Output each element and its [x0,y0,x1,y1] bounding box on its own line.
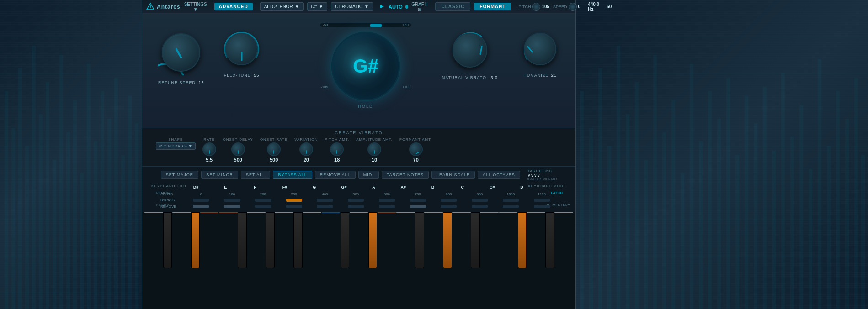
remove-all-button[interactable]: REMOVE ALL [315,171,356,179]
key-F4[interactable] [396,212,415,309]
black-key-Ds3[interactable] [191,212,200,268]
key-Cs4[interactable] [339,212,350,309]
bypass-ind-7[interactable] [410,199,426,202]
pitch-knob[interactable] [532,3,540,11]
bypass-ind-0[interactable] [193,199,209,202]
black-key-As4[interactable] [471,212,479,268]
scale-dropdown[interactable]: CHROMATIC ▼ [331,2,373,11]
key-C3[interactable] [144,212,163,309]
bypass-ind-1[interactable] [224,199,240,202]
bypass-ind-2[interactable] [255,199,271,202]
shape-dropdown[interactable]: (NO VIBRATO) ▼ [156,142,196,150]
svg-rect-38 [607,146,611,309]
key-B4[interactable] [480,212,499,309]
remove-ind-2[interactable] [255,205,271,208]
flex-tune-knob[interactable] [222,30,261,68]
natural-vibrato-knob[interactable] [449,30,490,71]
key-F3[interactable] [219,212,238,309]
key-Ds4[interactable] [367,212,378,309]
graph-button[interactable]: GRAPH ⊞ [411,2,428,12]
key-C5[interactable] [499,212,518,309]
key-Gs3[interactable] [265,212,276,309]
key-dropdown[interactable]: D# ▼ [307,2,328,11]
key-Fs3[interactable] [237,212,248,309]
bypass-ind-8[interactable] [441,199,457,202]
remove-ind-6[interactable] [379,205,395,208]
key-D3[interactable] [172,212,191,309]
rate-knob[interactable] [202,142,216,156]
black-key-Cs4[interactable] [341,212,349,268]
key-A4[interactable] [452,212,471,309]
remove-ind-7[interactable] [410,205,426,208]
black-key-Fs4[interactable] [415,212,424,268]
speed-knob[interactable] [569,3,577,11]
key-A3[interactable] [275,212,293,309]
black-key-Cs5[interactable] [518,212,527,268]
svg-rect-52 [735,155,739,309]
learn-scale-button[interactable]: LEARN SCALE [431,171,475,179]
black-key-Gs3[interactable] [266,212,274,268]
set-major-button[interactable]: SET MAJOR [161,171,198,179]
onset-delay-knob[interactable] [231,142,245,156]
midi-button[interactable]: MIDI [358,171,379,179]
advanced-tab[interactable]: ADVANCED [214,3,253,10]
bypass-ind-5[interactable] [348,199,364,202]
remove-ind-10[interactable] [503,205,519,208]
key-Ds5[interactable] [544,212,555,309]
key-As4[interactable] [470,212,481,309]
key-Cs3[interactable] [162,212,173,309]
bypass-ind-4[interactable] [317,199,333,202]
remove-ind-5[interactable] [348,205,364,208]
key-G3[interactable] [247,212,266,309]
all-octaves-button[interactable]: ALL OCTAVES [478,171,520,179]
humanize-knob[interactable] [521,30,559,68]
key-E5[interactable] [554,212,573,309]
amplitude-amt-knob[interactable] [367,142,381,156]
key-D4[interactable] [350,212,368,309]
remove-ind-3[interactable] [286,205,302,208]
auto-toggle[interactable]: ▶ AUTO [380,4,403,10]
formant-amt-knob[interactable] [409,142,423,156]
key-Cs5[interactable] [517,212,527,309]
bypass-ind-6[interactable] [379,199,395,202]
bypass-ind-11[interactable] [534,199,550,202]
key-Fs4[interactable] [414,212,425,309]
key-C4[interactable] [322,212,341,309]
retune-speed-knob[interactable] [158,30,204,75]
black-key-Gs4[interactable] [443,212,452,268]
black-key-Fs3[interactable] [238,212,246,268]
variation-knob[interactable] [299,142,313,156]
key-E3[interactable] [200,212,219,309]
svg-rect-48 [699,141,703,309]
key-Gs4[interactable] [442,212,453,309]
settings-button[interactable]: SETTINGS ▼ [184,2,207,12]
set-minor-button[interactable]: SET MINOR [201,171,238,179]
remove-ind-9[interactable] [472,205,488,208]
remove-ind-0[interactable] [193,205,209,208]
key-G4[interactable] [424,212,443,309]
set-all-button[interactable]: SET ALL [241,171,270,179]
black-key-Ds5[interactable] [545,212,554,268]
remove-ind-8[interactable] [441,205,457,208]
pitch-amt-knob[interactable] [330,142,344,156]
onset-rate-knob[interactable] [267,142,281,156]
remove-ind-4[interactable] [317,205,333,208]
key-D5[interactable] [527,212,545,309]
black-key-Cs3[interactable] [163,212,172,268]
formant-button[interactable]: FORMANT [474,3,511,10]
key-Ds3[interactable] [190,212,201,309]
black-key-As3[interactable] [293,212,302,268]
remove-ind-1[interactable] [224,205,240,208]
target-notes-button[interactable]: TARGET NOTES [382,171,429,179]
bypass-ind-3[interactable] [286,199,302,202]
bypass-all-button[interactable]: BYPASS ALL [273,171,312,179]
key-B3[interactable] [303,212,321,309]
key-E4[interactable] [378,212,396,309]
input-type-dropdown[interactable]: ALTO/TENOR ▼ [260,2,304,11]
classic-button[interactable]: CLASSIC [435,2,470,11]
black-key-Ds4[interactable] [368,212,377,268]
bypass-ind-10[interactable] [503,199,519,202]
bypass-ind-9[interactable] [472,199,488,202]
remove-ind-11[interactable] [534,205,550,208]
key-As3[interactable] [293,212,304,309]
